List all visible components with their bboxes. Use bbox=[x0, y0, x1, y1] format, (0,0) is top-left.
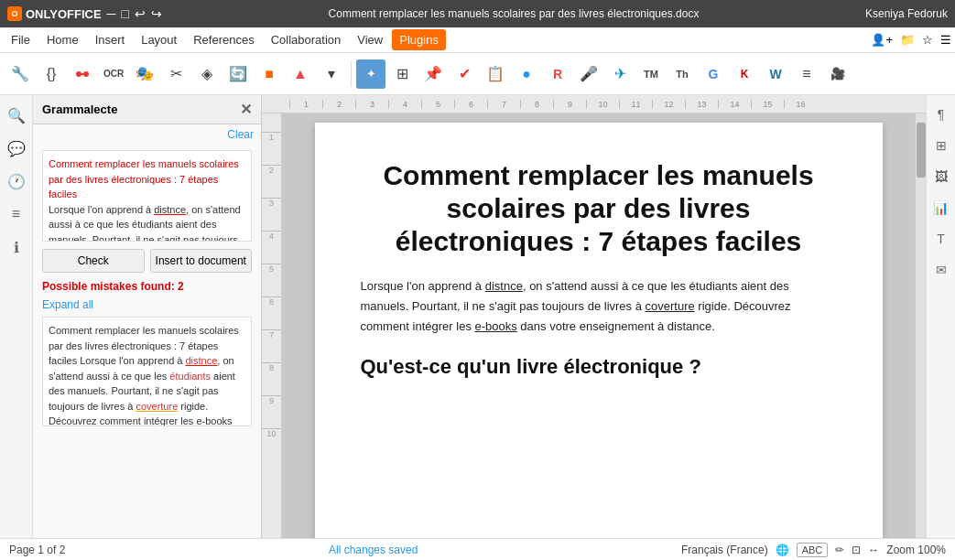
ruler-mark: 1 bbox=[289, 100, 322, 109]
toolbar-th-btn[interactable]: Th bbox=[667, 59, 697, 89]
toolbar-pin-btn[interactable]: 📌 bbox=[418, 59, 448, 89]
language-label[interactable]: Français (France) bbox=[681, 544, 768, 556]
menu-bar: File Home Insert Layout References Colla… bbox=[0, 27, 955, 53]
ruler-mark: 5 bbox=[421, 100, 454, 109]
toolbar-clipboard-btn[interactable]: 📋 bbox=[481, 59, 510, 89]
toolbar-k-btn[interactable]: K bbox=[730, 59, 759, 89]
folder-icon[interactable]: 📁 bbox=[900, 33, 915, 47]
title-redo[interactable]: ↪ bbox=[151, 6, 162, 21]
toolbar-shape-btn[interactable]: ▲ bbox=[286, 59, 315, 89]
toolbar-plugin1-btn[interactable]: ◈ bbox=[192, 59, 222, 89]
toolbar-dropdown-btn[interactable]: ▾ bbox=[317, 59, 346, 89]
app-logo: O ONLYOFFICE bbox=[7, 6, 102, 21]
toolbar-tm-btn[interactable]: TM bbox=[636, 59, 666, 89]
toolbar-code-btn[interactable]: {} bbox=[37, 59, 66, 89]
right-chart-icon[interactable]: 📊 bbox=[929, 196, 953, 220]
document-title: Comment remplacer les manuels scolaires … bbox=[162, 7, 865, 20]
toolbar-box-btn[interactable]: ⊞ bbox=[387, 59, 417, 89]
ruler-mark: 9 bbox=[553, 100, 586, 109]
grammar-check-btn[interactable]: Check bbox=[42, 249, 145, 273]
scrollbar-thumb[interactable] bbox=[917, 123, 926, 178]
toolbar-mask-btn[interactable]: 🎭 bbox=[130, 59, 159, 89]
toolbar-w-btn[interactable]: W bbox=[761, 59, 790, 89]
grammar-insert-btn[interactable]: Insert to document bbox=[150, 249, 253, 273]
grammar-title: Grammalecte bbox=[42, 102, 117, 116]
toolbar-send-btn[interactable]: ✈ bbox=[605, 59, 635, 89]
v-ruler-mark: 10 bbox=[262, 428, 281, 461]
menu-hamburger-icon[interactable]: ☰ bbox=[940, 33, 951, 47]
page-info: Page 1 of 2 bbox=[9, 544, 65, 556]
toolbar-mic-btn[interactable]: 🎤 bbox=[574, 59, 603, 89]
ruler-mark: 11 bbox=[619, 100, 652, 109]
ruler-mark: 15 bbox=[751, 100, 784, 109]
menu-layout[interactable]: Layout bbox=[134, 29, 184, 50]
vertical-ruler: 1 2 3 4 5 6 7 8 9 10 bbox=[262, 113, 282, 538]
toolbar-check-btn[interactable]: ✔ bbox=[450, 59, 479, 89]
menu-collaboration[interactable]: Collaboration bbox=[264, 29, 349, 50]
menu-references[interactable]: References bbox=[186, 29, 261, 50]
add-user-icon[interactable]: 👤+ bbox=[871, 33, 893, 47]
doc-page-area: Comment remplacer les manuels scolaires … bbox=[282, 113, 915, 538]
sidebar-info-icon[interactable]: ℹ bbox=[4, 234, 29, 260]
toolbar-g-btn[interactable]: G bbox=[699, 59, 728, 89]
menu-insert[interactable]: Insert bbox=[88, 29, 133, 50]
right-paragraph-icon[interactable]: ¶ bbox=[929, 102, 953, 126]
grammar-detail-text: Comment remplacer les manuels scolaires … bbox=[42, 317, 252, 426]
ruler-mark: 14 bbox=[718, 100, 751, 109]
toolbar-highlight-btn[interactable] bbox=[68, 59, 97, 89]
title-restore[interactable]: □ bbox=[122, 6, 129, 21]
sidebar-comment-icon[interactable]: 💬 bbox=[4, 135, 29, 161]
grammar-content: Comment remplacer les manuels scolaires … bbox=[33, 145, 261, 538]
right-email-icon[interactable]: ✉ bbox=[929, 258, 953, 282]
horizontal-ruler: 1 2 3 4 5 6 7 8 9 10 11 12 13 14 15 16 bbox=[262, 95, 926, 113]
ruler-mark: 6 bbox=[454, 100, 487, 109]
menu-plugins[interactable]: Plugins bbox=[392, 29, 446, 50]
toolbar-refresh-btn[interactable]: 🔄 bbox=[223, 59, 253, 89]
toolbar-ocr-btn[interactable]: OCR bbox=[99, 59, 128, 89]
star-icon[interactable]: ☆ bbox=[922, 33, 933, 47]
zoom-label: Zoom 100% bbox=[886, 544, 946, 556]
toolbar-plugin-active-btn[interactable]: ✦ bbox=[356, 59, 385, 89]
title-undo[interactable]: ↩ bbox=[135, 6, 146, 21]
edit-mode-icon[interactable]: ✏ bbox=[835, 544, 844, 556]
menu-home[interactable]: Home bbox=[39, 29, 86, 50]
sidebar-format-icon[interactable]: ≡ bbox=[4, 201, 29, 227]
v-ruler-mark: 1 bbox=[262, 132, 281, 165]
language-icon[interactable]: 🌐 bbox=[776, 544, 789, 556]
title-minimize[interactable]: ─ bbox=[107, 6, 116, 21]
menu-file[interactable]: File bbox=[4, 29, 38, 50]
fit-width-icon[interactable]: ↔ bbox=[868, 544, 879, 556]
document-page[interactable]: Comment remplacer les manuels scolaires … bbox=[315, 123, 883, 538]
grammar-preview-text: Comment remplacer les manuels scolaires … bbox=[42, 150, 252, 242]
grammar-clear-btn[interactable]: Clear bbox=[227, 128, 254, 141]
grammar-expand-btn[interactable]: Expand all bbox=[42, 298, 252, 311]
right-image-icon[interactable]: 🖼 bbox=[929, 165, 953, 188]
grammar-close-btn[interactable]: ✕ bbox=[240, 101, 252, 118]
document-main-title: Comment remplacer les manuels scolaires … bbox=[361, 159, 837, 258]
toolbar-zoom-btn[interactable]: 🎥 bbox=[823, 59, 852, 89]
menu-view[interactable]: View bbox=[350, 29, 390, 50]
ruler-mark: 4 bbox=[388, 100, 421, 109]
ruler-mark: 12 bbox=[652, 100, 685, 109]
toolbar: 🔧 {} OCR 🎭 ✂ ◈ 🔄 ■ ▲ ▾ ✦ ⊞ 📌 ✔ 📋 ● R 🎤 ✈… bbox=[0, 53, 955, 95]
fit-icon[interactable]: ⊡ bbox=[852, 544, 861, 556]
toolbar-orange-btn[interactable]: ■ bbox=[255, 59, 284, 89]
toolbar-list-btn[interactable]: ≡ bbox=[792, 59, 821, 89]
toolbar-blue-btn[interactable]: ● bbox=[512, 59, 541, 89]
spell-check-badge[interactable]: ABC bbox=[797, 543, 829, 557]
v-ruler-mark: 2 bbox=[262, 165, 281, 198]
status-bar: Page 1 of 2 All changes saved Français (… bbox=[0, 538, 955, 560]
sidebar-history-icon[interactable]: 🕐 bbox=[4, 168, 29, 194]
svg-point-0 bbox=[76, 71, 81, 77]
right-table-icon[interactable]: ⊞ bbox=[929, 134, 953, 157]
toolbar-settings-btn[interactable]: 🔧 bbox=[5, 59, 35, 89]
toolbar-r-btn[interactable]: R bbox=[543, 59, 572, 89]
doc-scroll-area[interactable]: 1 2 3 4 5 6 7 8 9 10 Comment remplacer l… bbox=[262, 113, 926, 538]
grammar-toolbar: Clear bbox=[33, 124, 261, 145]
toolbar-cut-btn[interactable]: ✂ bbox=[161, 59, 190, 89]
sidebar-search-icon[interactable]: 🔍 bbox=[4, 102, 29, 128]
vertical-scrollbar[interactable] bbox=[915, 113, 926, 538]
ruler-mark: 13 bbox=[685, 100, 718, 109]
right-text-icon[interactable]: T bbox=[929, 227, 953, 251]
v-ruler-mark: 9 bbox=[262, 395, 281, 428]
